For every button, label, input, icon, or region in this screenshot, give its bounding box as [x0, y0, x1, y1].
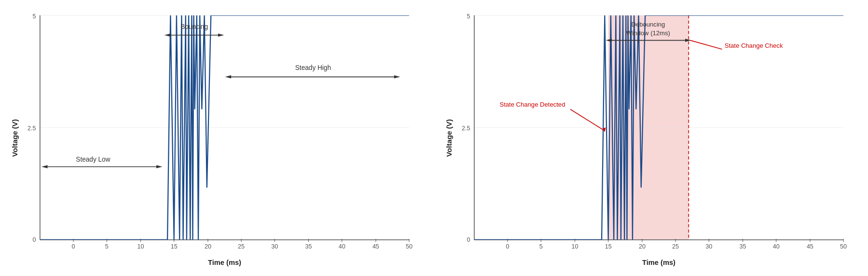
charts-container: Voltage (V) 0 2.5 5 [0, 0, 868, 276]
svg-text:Steady Low: Steady Low [76, 155, 110, 163]
chart2-y-label: Voltage (V) [445, 119, 453, 157]
svg-text:Bouncing: Bouncing [180, 23, 208, 30]
svg-text:5: 5 [105, 243, 109, 250]
svg-text:State Change Check: State Change Check [724, 42, 783, 49]
svg-text:45: 45 [806, 243, 813, 250]
svg-text:40: 40 [339, 243, 345, 250]
chart2-area: Voltage (V) 0 2.5 5 [444, 5, 859, 271]
svg-text:10: 10 [571, 243, 578, 250]
svg-text:30: 30 [705, 243, 712, 250]
svg-text:5: 5 [539, 243, 542, 250]
svg-text:40: 40 [772, 243, 779, 250]
svg-text:State Change Detected: State Change Detected [499, 101, 565, 108]
svg-text:25: 25 [672, 243, 679, 250]
svg-text:5: 5 [467, 13, 470, 20]
svg-text:0: 0 [33, 236, 36, 243]
svg-text:2.5: 2.5 [462, 124, 470, 132]
svg-text:15: 15 [605, 243, 611, 250]
svg-text:20: 20 [638, 243, 645, 250]
svg-text:20: 20 [205, 243, 211, 250]
svg-text:0: 0 [72, 243, 75, 250]
svg-text:45: 45 [372, 243, 379, 250]
svg-text:35: 35 [739, 243, 746, 250]
svg-text:25: 25 [238, 243, 245, 250]
svg-text:Debouncing: Debouncing [631, 21, 665, 28]
svg-text:0: 0 [467, 236, 470, 243]
chart1-x-label: Time (ms) [208, 259, 241, 266]
chart1-y-label: Voltage (V) [11, 119, 19, 157]
chart2-x-label: Time (ms) [642, 259, 675, 266]
svg-text:50: 50 [840, 243, 847, 250]
svg-text:5: 5 [33, 13, 36, 20]
chart1-svg: Voltage (V) 0 2.5 5 [10, 5, 425, 271]
svg-text:35: 35 [305, 243, 312, 250]
svg-text:Window (12ms): Window (12ms) [626, 29, 670, 37]
chart2-svg: Voltage (V) 0 2.5 5 [444, 5, 859, 271]
svg-text:30: 30 [271, 243, 278, 250]
svg-text:2.5: 2.5 [28, 124, 36, 132]
svg-text:50: 50 [406, 243, 413, 250]
svg-text:15: 15 [171, 243, 178, 250]
chart2-wrapper: Voltage (V) 0 2.5 5 [444, 5, 859, 271]
svg-text:10: 10 [137, 243, 144, 250]
chart1-wrapper: Voltage (V) 0 2.5 5 [10, 5, 425, 271]
chart1-area: Voltage (V) 0 2.5 5 [10, 5, 425, 271]
svg-text:Steady High: Steady High [295, 64, 331, 71]
svg-text:0: 0 [506, 243, 509, 250]
